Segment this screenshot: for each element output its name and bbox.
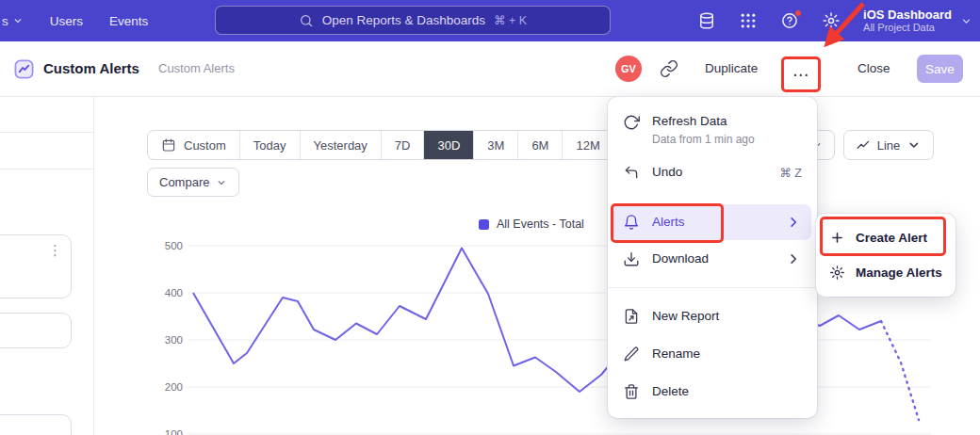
more-options-menu: Refresh DataData from 1 min agoUndo⌘ ZAl…	[608, 97, 817, 418]
app-window: s Users Events Open Reports & Dashboards…	[0, 0, 980, 435]
segment-3m[interactable]: 3M	[473, 131, 517, 159]
breadcrumb[interactable]: Custom Alerts	[158, 41, 235, 96]
left-sidebar: ⋮	[0, 97, 94, 435]
download-icon	[623, 250, 640, 267]
grid-icon	[739, 11, 758, 30]
segment-yesterday[interactable]: Yesterday	[300, 131, 381, 159]
report-header: Custom Alerts Custom Alerts GV Duplicate…	[0, 41, 980, 97]
segment-7d[interactable]: 7D	[381, 131, 424, 159]
segment-label: 3M	[487, 138, 504, 153]
legend-swatch	[479, 219, 489, 230]
chevron-down-icon	[960, 15, 972, 27]
chevron-right-icon	[785, 250, 802, 267]
gear-icon	[829, 265, 845, 281]
new-report-icon	[623, 308, 640, 325]
submenu-item-label: Manage Alerts	[856, 266, 942, 280]
board-icon	[13, 58, 35, 80]
gear-icon	[822, 11, 841, 30]
chevron-right-icon	[785, 214, 802, 231]
menu-item-text: Alerts	[652, 214, 685, 231]
menu-item-label: Delete	[652, 383, 689, 400]
avatar[interactable]: GV	[615, 56, 642, 82]
sidebar-card[interactable]	[0, 313, 72, 348]
segment-label: 6M	[531, 138, 548, 153]
calendar-icon	[161, 137, 176, 153]
menu-item-rename[interactable]: Rename	[608, 335, 817, 373]
search-placeholder: Open Reports & Dashboards	[322, 13, 485, 27]
line-chart-icon	[856, 137, 871, 153]
data-icon[interactable]	[697, 11, 716, 30]
save-button[interactable]: Save	[917, 55, 963, 83]
menu-item-undo[interactable]: Undo⌘ Z	[608, 153, 817, 191]
undo-icon	[623, 164, 640, 181]
search-shortcut: ⌘ + K	[494, 13, 527, 27]
sidebar-divider	[0, 169, 93, 169]
menu-item-label: New Report	[652, 308, 719, 325]
project-selector[interactable]: iOS Dashboard All Project Data	[863, 8, 972, 34]
help-icon[interactable]	[780, 11, 799, 30]
menu-item-alerts[interactable]: Alerts	[613, 204, 811, 240]
segment-label: 30D	[437, 138, 460, 153]
menu-item-new-report[interactable]: New Report	[608, 298, 817, 335]
menu-item-label: Alerts	[652, 214, 685, 231]
menu-divider	[608, 287, 817, 288]
chevron-down-icon	[906, 137, 922, 153]
menu-item-text: Rename	[652, 346, 700, 362]
chart-legend[interactable]: All Events - Total	[479, 218, 584, 231]
segment-6m[interactable]: 6M	[517, 131, 562, 159]
sidebar-card[interactable]: ⋮	[0, 234, 72, 298]
pencil-icon	[623, 346, 640, 362]
more-options-button[interactable]: ⋯	[788, 61, 814, 88]
search-icon	[299, 13, 314, 28]
alerts-submenu: Create AlertManage Alerts	[816, 214, 956, 297]
refresh-icon	[623, 114, 640, 131]
nav-item-partial[interactable]: s	[2, 14, 24, 28]
segment-custom[interactable]: Custom	[148, 131, 239, 159]
nav-left-group: s Users Events	[2, 0, 148, 41]
sidebar-card[interactable]	[0, 414, 72, 435]
chart-type-label: Line	[877, 138, 901, 153]
chevron-down-icon	[12, 15, 24, 26]
segment-label: Today	[253, 138, 286, 153]
nav-item-events[interactable]: Events	[109, 14, 148, 28]
apps-grid-icon[interactable]	[739, 11, 758, 30]
y-axis-tick: 100	[149, 428, 183, 435]
menu-item-text: New Report	[652, 308, 719, 325]
submenu-item-create-alert[interactable]: Create Alert	[816, 220, 956, 255]
segment-30d[interactable]: 30D	[423, 131, 473, 159]
menu-item-label: Rename	[652, 346, 700, 362]
global-search[interactable]: Open Reports & Dashboards ⌘ + K	[215, 6, 611, 35]
chart-type-button[interactable]: Line	[843, 130, 934, 160]
submenu-item-label: Create Alert	[856, 231, 927, 245]
compare-label: Compare	[159, 175, 209, 189]
top-navbar: s Users Events Open Reports & Dashboards…	[0, 0, 980, 41]
nav-item-users[interactable]: Users	[50, 14, 83, 28]
database-icon	[697, 11, 716, 30]
project-scope: All Project Data	[863, 22, 952, 34]
duplicate-button[interactable]: Duplicate	[705, 41, 758, 96]
sidebar-divider	[0, 132, 93, 133]
compare-button[interactable]: Compare	[147, 168, 239, 197]
segment-label: 12M	[576, 138, 599, 153]
menu-item-delete[interactable]: Delete	[608, 373, 817, 411]
copy-link-button[interactable]	[660, 59, 678, 78]
date-range-segments: CustomTodayYesterday7D30D3M6M12M	[147, 130, 614, 160]
menu-item-label: Undo	[652, 164, 682, 181]
segment-12m[interactable]: 12M	[562, 131, 612, 159]
submenu-item-manage-alerts[interactable]: Manage Alerts	[816, 255, 956, 290]
link-icon	[660, 59, 678, 78]
page-title: Custom Alerts	[43, 41, 139, 96]
close-button[interactable]: Close	[858, 41, 890, 96]
nav-right-group: iOS Dashboard All Project Data	[697, 0, 972, 41]
trash-icon	[623, 383, 640, 400]
y-axis-tick: 300	[149, 334, 183, 346]
menu-item-refresh-data[interactable]: Refresh DataData from 1 min ago	[608, 106, 817, 153]
menu-item-download[interactable]: Download	[608, 240, 817, 278]
menu-item-text: Download	[652, 250, 709, 267]
segment-today[interactable]: Today	[239, 131, 300, 159]
menu-item-text: Refresh DataData from 1 min ago	[652, 113, 755, 146]
y-axis-tick: 400	[149, 287, 183, 298]
y-axis-tick: 200	[149, 381, 183, 393]
settings-icon[interactable]	[822, 11, 841, 30]
kebab-icon[interactable]: ⋮	[48, 243, 62, 257]
